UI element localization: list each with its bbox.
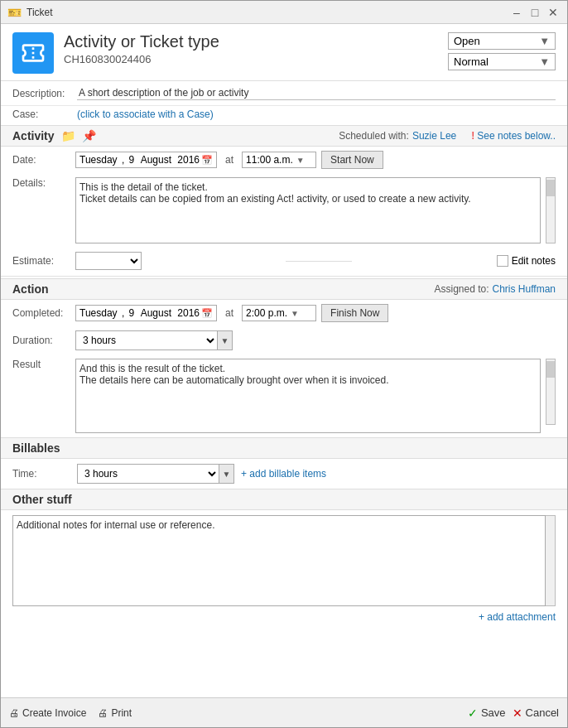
activity-time-arrow: ▼ xyxy=(296,156,305,165)
activity-date-num: 9 xyxy=(129,154,135,166)
action-date-separator2 xyxy=(136,307,138,319)
activity-date-separator2 xyxy=(136,154,138,166)
section-divider-1 xyxy=(1,276,567,277)
calendar-icon: 📅 xyxy=(201,155,213,166)
ticket-icon: 🎫 xyxy=(7,6,22,19)
status-normal-arrow: ▼ xyxy=(539,55,550,68)
billables-time-wrap: 3 hours 1 hour 2 hours ▼ xyxy=(77,464,234,484)
main-content: Description: Case: (click to associate w… xyxy=(1,81,567,697)
billables-time-row: Time: 3 hours 1 hour 2 hours ▼ + add bil… xyxy=(1,459,567,489)
print-icon: 🖨 xyxy=(98,707,108,719)
footer-right: ✓ Save ✕ Cancel xyxy=(468,706,559,720)
action-date-field[interactable]: Tuesday , 9 August 2016 📅 xyxy=(75,305,217,321)
duration-label: Duration: xyxy=(12,335,70,346)
save-button[interactable]: ✓ Save xyxy=(468,706,506,720)
description-input[interactable] xyxy=(77,86,556,100)
other-title: Other stuff xyxy=(12,493,72,506)
duration-select[interactable]: 3 hours 1 hour 2 hours 4 hours xyxy=(76,331,217,350)
assigned-to: Assigned to: Chris Huffman xyxy=(434,283,556,295)
activity-details-textarea[interactable]: This is the detail of the ticket. Ticket… xyxy=(75,177,541,243)
scheduled-name-link[interactable]: Suzie Lee xyxy=(412,130,456,142)
cross-icon: ✕ xyxy=(513,706,522,720)
cancel-button[interactable]: ✕ Cancel xyxy=(513,706,559,720)
status-open-dropdown[interactable]: Open ▼ xyxy=(448,32,556,50)
see-notes-link[interactable]: ! See notes below.. xyxy=(471,130,556,142)
activity-details-row: Details: This is the detail of the ticke… xyxy=(1,173,567,248)
action-section-header: Action Assigned to: Chris Huffman xyxy=(1,278,567,300)
other-scrollbar xyxy=(546,515,556,606)
start-now-button[interactable]: Start Now xyxy=(321,151,383,169)
cancel-label: Cancel xyxy=(526,706,559,719)
duration-row: Duration: 3 hours 1 hour 2 hours 4 hours… xyxy=(1,326,567,354)
action-section-title: Action xyxy=(12,282,49,296)
status-normal-dropdown[interactable]: Normal ▼ xyxy=(448,53,556,70)
edit-notes-checkbox[interactable] xyxy=(497,255,508,267)
result-textarea[interactable]: And this is the result of the ticket. Th… xyxy=(75,359,541,433)
case-label: Case: xyxy=(12,108,70,120)
description-row: Description: xyxy=(1,81,567,106)
duration-select-wrap: 3 hours 1 hour 2 hours 4 hours ▼ xyxy=(75,330,233,350)
activity-section-header: Activity 📁 📌 Scheduled with: Suzie Lee !… xyxy=(1,125,567,147)
description-label: Description: xyxy=(12,88,70,99)
activity-date-separator1: , xyxy=(119,154,128,166)
header-subtitle: CH160830024406 xyxy=(64,53,430,65)
create-invoice-button[interactable]: 🖨 Create Invoice xyxy=(9,707,86,719)
assigned-name-link[interactable]: Chris Huffman xyxy=(493,283,556,295)
other-textarea[interactable]: Additional notes for internal use or ref… xyxy=(12,515,546,606)
note-icon[interactable]: 📌 xyxy=(82,129,96,142)
billables-title: Billables xyxy=(12,441,60,455)
case-row: Case: (click to associate with a Case) xyxy=(1,106,567,125)
status-open-arrow: ▼ xyxy=(539,35,550,47)
close-button[interactable]: ✕ xyxy=(546,5,561,20)
estimate-divider xyxy=(286,261,352,262)
create-invoice-label: Create Invoice xyxy=(22,707,86,719)
action-date-separator1: , xyxy=(119,307,128,319)
invoice-icon: 🖨 xyxy=(9,707,19,719)
action-date-day: Tuesday xyxy=(79,307,118,319)
activity-date-year: 2016 xyxy=(177,154,200,166)
maximize-button[interactable]: □ xyxy=(527,5,542,20)
scheduled-with: Scheduled with: Suzie Lee xyxy=(339,130,456,142)
action-at-label: at xyxy=(225,307,233,319)
add-billable-link[interactable]: + add billable items xyxy=(241,468,326,480)
add-attachment-link[interactable]: + add attachment xyxy=(479,611,556,623)
finish-now-button[interactable]: Finish Now xyxy=(321,304,388,322)
other-header: Other stuff xyxy=(1,489,567,510)
estimate-select[interactable] xyxy=(75,252,142,270)
billables-time-arrow[interactable]: ▼ xyxy=(219,465,233,483)
other-section: Other stuff Additional notes for interna… xyxy=(1,489,567,626)
case-link[interactable]: (click to associate with a Case) xyxy=(77,108,214,120)
ticket-type-icon xyxy=(12,32,54,74)
minimize-button[interactable]: – xyxy=(509,5,524,20)
add-attachment-row: + add attachment xyxy=(1,611,567,626)
footer: 🖨 Create Invoice 🖨 Print ✓ Save ✕ Cancel xyxy=(1,697,567,727)
activity-time-dropdown[interactable]: 11:00 a.m. ▼ xyxy=(242,152,316,168)
action-time-dropdown[interactable]: 2:00 p.m. ▼ xyxy=(242,305,316,321)
activity-date-field[interactable]: Tuesday , 9 August 2016 📅 xyxy=(75,152,217,168)
edit-notes-area: Edit notes xyxy=(497,255,556,267)
billables-time-select[interactable]: 3 hours 1 hour 2 hours xyxy=(78,465,219,483)
activity-details-label: Details: xyxy=(12,177,70,189)
exclamation-icon: ! xyxy=(471,130,474,142)
action-date-year: 2016 xyxy=(177,307,200,319)
header-title: Activity or Ticket type xyxy=(64,32,430,51)
result-scrollbar xyxy=(546,359,556,425)
estimate-row: Estimate: Edit notes xyxy=(1,248,567,274)
scheduled-label: Scheduled with: xyxy=(339,130,409,142)
folder-icon[interactable]: 📁 xyxy=(61,129,75,142)
assigned-label: Assigned to: xyxy=(434,283,489,295)
titlebar-title: Ticket xyxy=(26,7,53,18)
billables-section: Billables Time: 3 hours 1 hour 2 hours ▼… xyxy=(1,437,567,489)
billables-time-label: Time: xyxy=(12,468,70,480)
titlebar: 🎫 Ticket – □ ✕ xyxy=(1,1,567,24)
footer-left: 🖨 Create Invoice 🖨 Print xyxy=(9,707,132,719)
activity-section-title: Activity xyxy=(12,129,55,142)
checkmark-icon: ✓ xyxy=(468,706,478,720)
result-scrollbar-thumb xyxy=(546,361,555,378)
print-label: Print xyxy=(111,707,132,719)
activity-date-separator3 xyxy=(173,154,176,166)
duration-arrow[interactable]: ▼ xyxy=(217,331,232,350)
action-completed-row: Completed: Tuesday , 9 August 2016 📅 at … xyxy=(1,300,567,326)
print-button[interactable]: 🖨 Print xyxy=(98,707,132,719)
activity-date-label: Date: xyxy=(12,154,70,166)
